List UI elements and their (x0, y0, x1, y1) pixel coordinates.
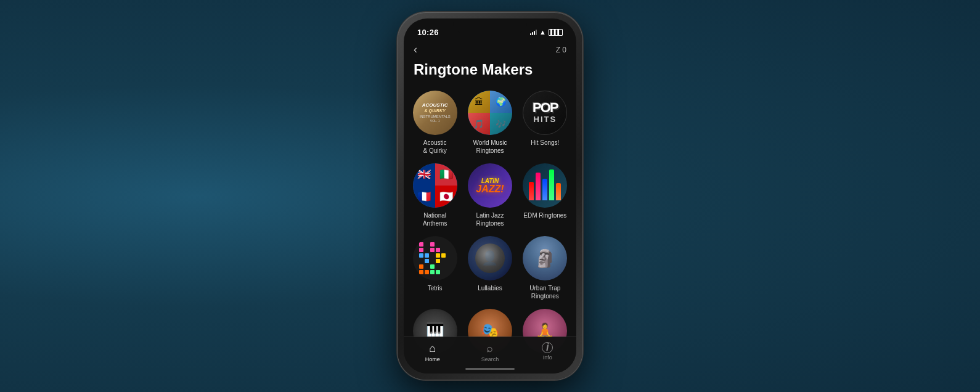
album-label-acoustic: Acoustic& Quirky (423, 139, 446, 155)
album-lullabies: 👤 (468, 236, 512, 280)
battery-icon: ▌▌▌ (549, 29, 563, 36)
status-icons: ▲ ▌▌▌ (530, 28, 563, 36)
nav-right-label: Z 0 (556, 46, 566, 54)
tab-home[interactable]: ⌂ Home (404, 342, 461, 362)
tab-home-label: Home (425, 356, 440, 362)
list-item[interactable]: POP HITS Hit Songs! (519, 88, 571, 157)
back-button[interactable]: ‹ (414, 43, 417, 56)
phone-shell: 10:26 ▲ ▌▌▌ ‹ Z 0 (398, 12, 582, 380)
list-item[interactable]: 🗿 Urban TrapRingtones (519, 234, 571, 303)
tab-search-label: Search (481, 356, 499, 362)
notch (453, 18, 527, 33)
list-item[interactable]: 👤 Lullabies (463, 234, 516, 303)
album-label-latin: Latin JazzRingtones (476, 211, 504, 227)
phone-screen: 10:26 ▲ ▌▌▌ ‹ Z 0 (404, 18, 576, 374)
album-edm (523, 163, 567, 208)
status-time: 10:26 (417, 28, 439, 37)
album-urban-trap: 🗿 (523, 236, 567, 280)
tab-info-label: Info (543, 354, 552, 361)
list-item[interactable]: 🇬🇧 🇮🇹 🇫🇷 🇯🇵 NationalAnthems (409, 161, 461, 230)
list-item[interactable]: LATIN JAZZ! Latin JazzRingtones (463, 161, 516, 230)
album-label-hitsongs: Hit Songs! (531, 139, 559, 147)
info-icon: i (542, 342, 553, 353)
tab-search[interactable]: ⌕ Search (461, 342, 518, 362)
page-title: Ringtone Makers (404, 61, 576, 88)
list-item[interactable]: EDM Ringtones (519, 161, 571, 230)
album-label-lullabies: Lullabies (478, 284, 502, 292)
album-label-edm: EDM Ringtones (523, 211, 566, 219)
album-label-tetris: Tetris (428, 284, 443, 292)
album-label-trap: Urban TrapRingtones (529, 284, 560, 300)
list-item[interactable]: Tetris (409, 234, 461, 303)
nav-header: ‹ Z 0 (404, 41, 576, 61)
wifi-icon: ▲ (539, 28, 546, 36)
tab-info[interactable]: i Info (519, 342, 576, 361)
album-latin-jazz: LATIN JAZZ! (468, 163, 512, 208)
home-icon: ⌂ (429, 342, 436, 355)
signal-icon (530, 29, 537, 35)
album-label-world: World MusicRingtones (473, 139, 507, 155)
category-grid: ACOUSTIC & QUIRKY INSTRUMENTALS VOL. 1 A… (404, 88, 576, 359)
album-label-national: NationalAnthems (423, 211, 447, 227)
home-indicator (465, 368, 515, 370)
list-item[interactable]: ACOUSTIC & QUIRKY INSTRUMENTALS VOL. 1 A… (409, 88, 461, 157)
album-hit-songs: POP HITS (523, 91, 567, 135)
album-tetris (413, 236, 457, 280)
screen-content[interactable]: ‹ Z 0 Ringtone Makers ACOUSTIC & QUIRKY … (404, 41, 576, 374)
list-item[interactable]: 🏛 🌍 🎵 🎶 World MusicRingtones (463, 88, 516, 157)
search-icon: ⌕ (486, 342, 493, 355)
album-national-anthems: 🇬🇧 🇮🇹 🇫🇷 🇯🇵 (413, 163, 457, 208)
album-world-music: 🏛 🌍 🎵 🎶 (468, 91, 512, 135)
album-acoustic-quirky: ACOUSTIC & QUIRKY INSTRUMENTALS VOL. 1 (413, 91, 457, 135)
phone-device: 10:26 ▲ ▌▌▌ ‹ Z 0 (398, 12, 582, 380)
